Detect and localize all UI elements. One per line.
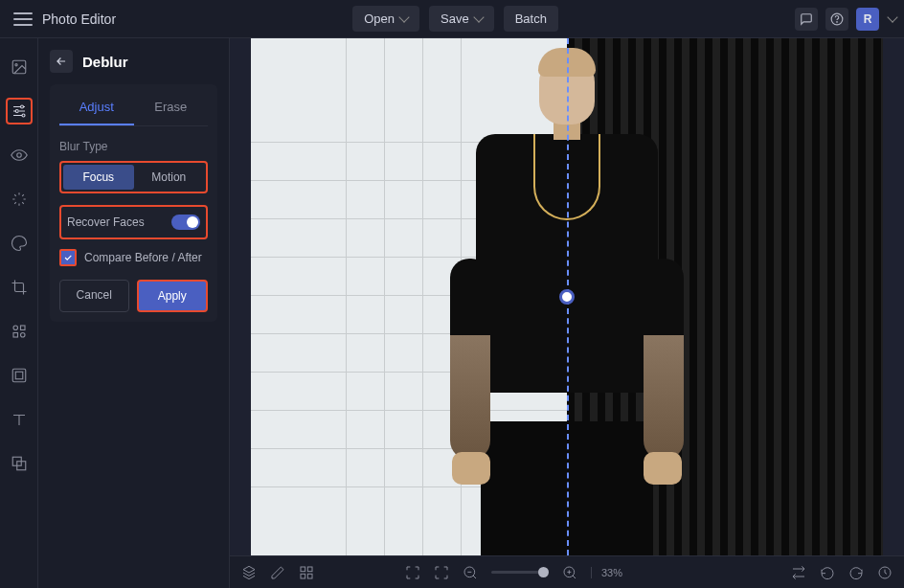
svg-point-3: [14, 64, 16, 66]
crop-tool-icon[interactable]: [6, 274, 33, 301]
chevron-down-icon[interactable]: [887, 11, 897, 22]
svg-rect-17: [307, 567, 312, 572]
panel-title: Deblur: [82, 54, 128, 70]
apply-button[interactable]: Apply: [137, 280, 209, 312]
chevron-down-icon: [398, 11, 409, 22]
blur-type-segment: Focus Motion: [59, 161, 208, 193]
svg-point-11: [20, 333, 25, 338]
svg-point-5: [15, 110, 18, 113]
chevron-down-icon: [473, 11, 484, 22]
menu-icon[interactable]: [13, 10, 33, 29]
zoom-out-icon[interactable]: [463, 565, 478, 580]
batch-label: Batch: [515, 11, 547, 26]
compare-icon[interactable]: [791, 565, 806, 580]
grid-icon[interactable]: [299, 565, 314, 580]
svg-rect-9: [20, 326, 25, 330]
history-icon[interactable]: [877, 565, 893, 580]
tab-erase[interactable]: Erase: [134, 94, 209, 125]
motion-option[interactable]: Motion: [134, 165, 205, 190]
back-button[interactable]: [50, 50, 73, 73]
canvas[interactable]: [230, 38, 904, 555]
svg-point-6: [22, 114, 25, 117]
image-preview: [251, 38, 883, 555]
side-panel: Deblur Adjust Erase Blur Type Focus Moti…: [38, 38, 230, 588]
blur-type-label: Blur Type: [59, 140, 208, 153]
chat-icon[interactable]: [795, 8, 818, 31]
adjust-tool-icon[interactable]: [6, 98, 33, 124]
layers-icon[interactable]: [241, 565, 257, 580]
redo-icon[interactable]: [848, 565, 864, 580]
help-icon[interactable]: [825, 8, 848, 31]
app-title: Photo Editor: [42, 11, 116, 27]
zoom-value: 33%: [591, 567, 622, 578]
zoom-slider-thumb[interactable]: [538, 567, 549, 577]
svg-rect-12: [12, 369, 26, 382]
toolbar: [0, 38, 38, 588]
zoom-slider[interactable]: [491, 571, 549, 574]
sparkle-tool-icon[interactable]: [6, 186, 33, 213]
svg-point-1: [837, 21, 838, 22]
save-label: Save: [441, 11, 469, 26]
zoom-in-icon[interactable]: [562, 565, 577, 580]
svg-point-8: [13, 326, 18, 330]
svg-rect-18: [301, 574, 305, 578]
edit-icon[interactable]: [270, 565, 285, 580]
compare-checkbox[interactable]: [59, 249, 77, 266]
undo-icon[interactable]: [820, 565, 835, 580]
fit-icon[interactable]: [434, 565, 449, 580]
palette-tool-icon[interactable]: [6, 230, 33, 257]
cancel-button[interactable]: Cancel: [59, 280, 129, 312]
shapes-tool-icon[interactable]: [6, 318, 33, 345]
tab-adjust[interactable]: Adjust: [59, 94, 134, 125]
eye-tool-icon[interactable]: [6, 142, 33, 169]
svg-rect-16: [301, 567, 305, 572]
open-label: Open: [364, 11, 395, 26]
fullscreen-icon[interactable]: [405, 565, 420, 580]
open-button[interactable]: Open: [352, 6, 419, 32]
svg-rect-19: [307, 574, 312, 578]
svg-point-7: [16, 153, 21, 158]
recover-faces-label: Recover Faces: [67, 215, 145, 229]
svg-rect-10: [13, 333, 18, 338]
avatar[interactable]: R: [856, 8, 879, 31]
compare-slider-handle[interactable]: [559, 289, 575, 305]
recover-faces-toggle[interactable]: [171, 215, 200, 230]
save-button[interactable]: Save: [429, 6, 494, 32]
frame-tool-icon[interactable]: [6, 362, 33, 389]
image-tool-icon[interactable]: [6, 54, 33, 80]
text-tool-icon[interactable]: [6, 406, 33, 433]
overlay-tool-icon[interactable]: [6, 450, 33, 477]
recover-faces-row: Recover Faces: [59, 205, 208, 239]
svg-point-4: [20, 105, 23, 108]
compare-label: Compare Before / After: [84, 251, 202, 264]
bottom-bar: 33%: [230, 555, 904, 588]
svg-rect-13: [15, 372, 23, 379]
focus-option[interactable]: Focus: [63, 165, 134, 190]
batch-button[interactable]: Batch: [504, 6, 558, 32]
